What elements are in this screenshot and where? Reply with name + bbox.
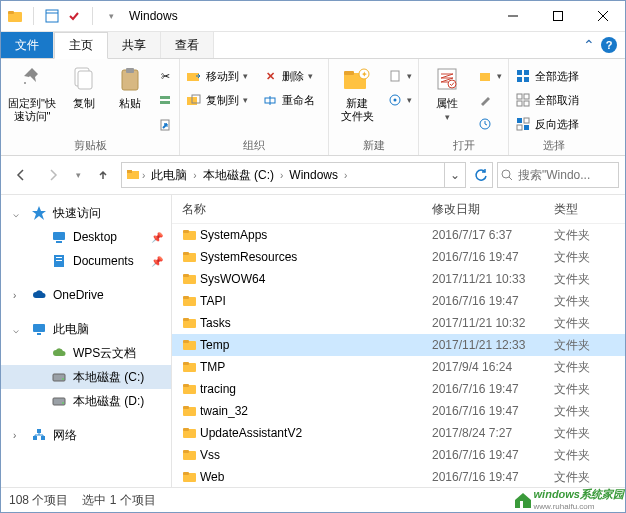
search-input[interactable]: [516, 167, 618, 183]
address-dropdown-icon[interactable]: ⌄: [444, 163, 465, 187]
up-button[interactable]: [89, 162, 117, 188]
copy-button[interactable]: 复制: [65, 61, 103, 110]
file-row[interactable]: Vss2016/7/16 19:47文件夹: [172, 444, 625, 466]
file-list[interactable]: SystemApps2016/7/17 6:37文件夹SystemResourc…: [172, 224, 625, 487]
file-row[interactable]: TAPI2016/7/16 19:47文件夹: [172, 290, 625, 312]
svg-rect-55: [37, 333, 41, 335]
collapse-ribbon-icon[interactable]: ⌃: [583, 37, 595, 53]
nav-item-label: Desktop: [73, 230, 117, 244]
file-row[interactable]: TMP2017/9/4 16:24文件夹: [172, 356, 625, 378]
svg-rect-5: [553, 12, 562, 21]
svg-rect-82: [183, 428, 189, 431]
file-type: 文件夹: [554, 447, 604, 464]
file-name: twain_32: [200, 404, 432, 418]
file-row[interactable]: Tasks2017/11/21 10:32文件夹: [172, 312, 625, 334]
select-none-button[interactable]: 全部取消: [515, 89, 593, 111]
expand-arrow-icon[interactable]: ›: [13, 430, 25, 441]
select-all-button[interactable]: 全部选择: [515, 65, 593, 87]
column-name[interactable]: 名称: [182, 201, 432, 218]
move-to-button[interactable]: 移动到▾: [186, 65, 254, 87]
minimize-button[interactable]: [490, 1, 535, 31]
new-item-button[interactable]: ▾: [387, 65, 412, 87]
tab-file[interactable]: 文件: [1, 32, 54, 58]
nav-item[interactable]: WPS云文档: [1, 341, 171, 365]
delete-button[interactable]: ✕ 删除▾: [262, 65, 322, 87]
file-type: 文件夹: [554, 403, 604, 420]
svg-rect-60: [33, 436, 37, 440]
expand-arrow-icon[interactable]: ›: [13, 290, 25, 301]
file-row[interactable]: SystemApps2016/7/17 6:37文件夹: [172, 224, 625, 246]
properties-button[interactable]: 属性 ▾: [425, 61, 469, 122]
breadcrumb-item[interactable]: 本地磁盘 (C:): [197, 163, 280, 187]
back-button[interactable]: [7, 162, 35, 188]
edit-button[interactable]: [477, 89, 502, 111]
nav-item[interactable]: ›OneDrive: [1, 283, 171, 307]
properties-icon[interactable]: [44, 8, 60, 24]
file-row[interactable]: Web2016/7/16 19:47文件夹: [172, 466, 625, 487]
column-type[interactable]: 类型: [554, 201, 604, 218]
new-folder-button[interactable]: ✦ 新建 文件夹: [335, 61, 379, 122]
nav-item[interactable]: 本地磁盘 (C:): [1, 365, 171, 389]
invert-selection-button[interactable]: 反向选择: [515, 113, 593, 135]
pin-to-quick-access-button[interactable]: 固定到"快速访问": [7, 61, 57, 122]
tab-share[interactable]: 共享: [108, 32, 161, 58]
maximize-button[interactable]: [535, 1, 580, 31]
svg-rect-42: [517, 125, 522, 130]
tab-home[interactable]: 主页: [54, 32, 108, 59]
file-date: 2016/7/16 19:47: [432, 382, 554, 396]
svg-point-59: [62, 402, 64, 404]
breadcrumb-item[interactable]: Windows: [283, 163, 344, 187]
nav-item[interactable]: ⌵此电脑: [1, 317, 171, 341]
tab-view[interactable]: 查看: [161, 32, 214, 58]
cut-button[interactable]: ✂: [157, 65, 173, 87]
history-dropdown-icon[interactable]: ▾: [71, 162, 85, 188]
file-row[interactable]: SysWOW642017/11/21 10:33文件夹: [172, 268, 625, 290]
expand-arrow-icon[interactable]: ⌵: [13, 208, 25, 219]
file-row[interactable]: twain_322016/7/16 19:47文件夹: [172, 400, 625, 422]
nav-item[interactable]: ›网络: [1, 423, 171, 447]
paste-shortcut-button[interactable]: [157, 113, 173, 135]
pc-icon: [31, 321, 47, 337]
history-button[interactable]: [477, 113, 502, 135]
copy-path-button[interactable]: [157, 89, 173, 111]
svg-text:✦: ✦: [361, 70, 368, 79]
file-type: 文件夹: [554, 227, 604, 244]
checkmark-icon[interactable]: [66, 8, 82, 24]
open-button[interactable]: ▾: [477, 65, 502, 87]
file-row[interactable]: SystemResources2016/7/16 19:47文件夹: [172, 246, 625, 268]
file-row[interactable]: UpdateAssistantV22017/8/24 7:27文件夹: [172, 422, 625, 444]
file-type: 文件夹: [554, 425, 604, 442]
help-icon[interactable]: ?: [601, 37, 617, 53]
svg-rect-33: [524, 70, 529, 75]
close-button[interactable]: [580, 1, 625, 31]
nav-item[interactable]: ⌵快速访问: [1, 201, 171, 225]
search-box[interactable]: [497, 162, 619, 188]
column-date[interactable]: 修改日期: [432, 201, 554, 218]
group-clipboard-label: 剪贴板: [7, 138, 173, 155]
file-type: 文件夹: [554, 359, 604, 376]
file-row[interactable]: tracing2016/7/16 19:47文件夹: [172, 378, 625, 400]
expand-arrow-icon[interactable]: ⌵: [13, 324, 25, 335]
svg-rect-36: [517, 94, 522, 99]
svg-rect-45: [127, 170, 132, 173]
svg-rect-25: [391, 71, 399, 81]
copy-to-button[interactable]: 复制到▾: [186, 89, 254, 111]
svg-point-27: [394, 99, 397, 102]
file-date: 2016/7/16 19:47: [432, 250, 554, 264]
qat-dropdown-icon[interactable]: ▾: [103, 8, 119, 24]
navigation-pane[interactable]: ⌵快速访问Desktop📌Documents📌›OneDrive⌵此电脑WPS云…: [1, 195, 172, 487]
breadcrumb-bar[interactable]: › 此电脑› 本地磁盘 (C:)› Windows› ⌄: [121, 162, 466, 188]
easy-access-button[interactable]: ▾: [387, 89, 412, 111]
nav-item[interactable]: 本地磁盘 (D:): [1, 389, 171, 413]
paste-button[interactable]: 粘贴: [111, 61, 149, 110]
refresh-button[interactable]: [470, 162, 493, 188]
breadcrumb-item[interactable]: 此电脑: [145, 163, 193, 187]
nav-item[interactable]: Documents📌: [1, 249, 171, 273]
file-row[interactable]: Temp2017/11/21 12:33文件夹: [172, 334, 625, 356]
rename-button[interactable]: 重命名: [262, 89, 322, 111]
forward-button[interactable]: [39, 162, 67, 188]
nav-item[interactable]: Desktop📌: [1, 225, 171, 249]
file-name: SysWOW64: [200, 272, 432, 286]
svg-rect-74: [183, 340, 189, 343]
svg-rect-68: [183, 274, 189, 277]
